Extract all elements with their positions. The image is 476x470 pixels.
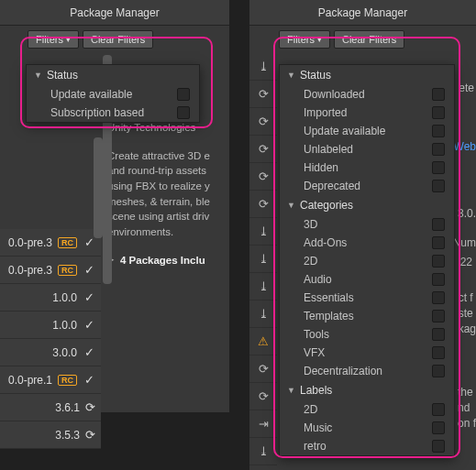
- version-row[interactable]: 0.0-pre.3RC✓: [0, 229, 101, 257]
- bg-link[interactable]: Web: [454, 139, 476, 155]
- filter-category-essentials[interactable]: Essentials: [280, 289, 454, 307]
- version-row[interactable]: 3.0.0✓: [0, 339, 101, 366]
- checkbox[interactable]: [177, 106, 190, 119]
- checkbox[interactable]: [432, 255, 445, 268]
- filter-status-imported[interactable]: Imported: [280, 104, 454, 122]
- download-icon[interactable]: ⤓: [249, 301, 277, 328]
- version-row[interactable]: 3.5.3⟳: [0, 421, 101, 449]
- download-icon[interactable]: ⤓: [249, 246, 277, 273]
- bg-text: ete: [459, 81, 474, 96]
- filter-status-deprecated[interactable]: Deprecated: [280, 177, 454, 195]
- checkbox[interactable]: [432, 180, 445, 192]
- filter-category-2d[interactable]: 2D: [280, 252, 454, 270]
- bg-text: Num: [453, 235, 476, 251]
- filter-category-tools[interactable]: Tools: [280, 325, 454, 344]
- filter-status-update-available[interactable]: Update available: [280, 122, 454, 140]
- filter-category-audio[interactable]: Audio: [280, 270, 454, 289]
- filters-dropdown-left: ▼ Status Update available Subscription b…: [26, 64, 200, 123]
- bg-text: 22: [460, 255, 472, 270]
- checkbox[interactable]: [177, 88, 190, 101]
- caret-down-icon: ▼: [287, 71, 296, 80]
- caret-down-icon: ▼: [34, 71, 43, 80]
- version-row[interactable]: 1.0.0✓: [0, 284, 101, 312]
- checkbox[interactable]: [432, 236, 445, 249]
- download-icon[interactable]: ⤓: [249, 218, 277, 246]
- package-body: Create attractive 3D e and round-trip as…: [107, 148, 236, 240]
- checkbox[interactable]: [432, 125, 445, 137]
- check-icon: ✓: [83, 373, 95, 387]
- check-icon: ✓: [83, 263, 95, 277]
- filter-category-3d[interactable]: 3D: [280, 215, 454, 234]
- filter-category-templates[interactable]: Templates: [280, 307, 454, 325]
- reload-icon[interactable]: ⟳: [249, 136, 277, 163]
- checkbox[interactable]: [432, 218, 445, 231]
- version-text: 3.0.0: [52, 346, 77, 359]
- filter-category-decentralization[interactable]: Decentralization: [280, 362, 454, 380]
- checkbox[interactable]: [432, 365, 445, 377]
- version-text: 1.0.0: [52, 319, 77, 332]
- checkbox[interactable]: [432, 346, 445, 359]
- version-row[interactable]: 0.0-pre.1RC✓: [0, 366, 101, 394]
- download-icon[interactable]: ⤓: [249, 273, 277, 301]
- checkbox[interactable]: [432, 106, 445, 119]
- caret-down-icon: ▾: [66, 35, 71, 44]
- import-icon[interactable]: ⇥: [249, 410, 277, 438]
- reload-icon[interactable]: ⟳: [249, 163, 277, 191]
- checkbox[interactable]: [432, 440, 445, 453]
- filter-label-retro[interactable]: retro: [280, 437, 454, 455]
- version-row[interactable]: 1.0.0✓: [0, 312, 101, 339]
- checkbox[interactable]: [432, 310, 445, 322]
- version-row[interactable]: 3.6.1⟳: [0, 394, 101, 421]
- check-icon: ✓: [83, 318, 95, 332]
- checkbox[interactable]: [432, 161, 445, 174]
- rc-badge: RC: [58, 265, 77, 276]
- download-icon[interactable]: ⤓: [249, 53, 277, 81]
- filter-category-add-ons[interactable]: Add-Ons: [280, 234, 454, 252]
- version-row[interactable]: 0.0-pre.3RC✓: [0, 257, 101, 284]
- scrollbar[interactable]: [94, 137, 103, 238]
- reload-icon[interactable]: ⟳: [249, 191, 277, 218]
- panel-header: Package Manager: [0, 0, 229, 26]
- checkbox[interactable]: [432, 403, 445, 416]
- rc-badge: RC: [58, 237, 77, 248]
- clear-filters-button[interactable]: Clear Filters: [334, 30, 404, 49]
- categories-section-header[interactable]: ▼Categories: [280, 195, 454, 215]
- filter-label-2d[interactable]: 2D: [280, 400, 454, 419]
- labels-section-header[interactable]: ▼Labels: [280, 380, 454, 400]
- status-section-header[interactable]: ▼Status: [280, 65, 454, 85]
- checkbox[interactable]: [432, 88, 445, 101]
- version-text: 0.0-pre.3: [8, 236, 52, 249]
- filter-item-update-available[interactable]: Update available: [27, 85, 199, 104]
- reload-icon[interactable]: ⟳: [249, 108, 277, 136]
- checkbox[interactable]: [432, 328, 445, 341]
- reload-icon[interactable]: ⟳: [249, 383, 277, 410]
- version-list: 0.0-pre.3RC✓0.0-pre.3RC✓1.0.0✓1.0.0✓3.0.…: [0, 229, 101, 449]
- panel-title: Package Manager: [70, 6, 159, 19]
- filter-status-downloaded[interactable]: Downloaded: [280, 85, 454, 104]
- status-section-header[interactable]: ▼ Status: [27, 65, 199, 85]
- checkbox[interactable]: [432, 143, 445, 156]
- packages-included[interactable]: ▶ 4 Packages Inclu: [107, 253, 236, 268]
- filter-category-vfx[interactable]: VFX: [280, 344, 454, 362]
- bg-text: 3.0.: [458, 206, 476, 222]
- reload-icon[interactable]: ⟳: [249, 81, 277, 108]
- filters-button[interactable]: Filters ▾: [279, 30, 330, 49]
- reload-icon[interactable]: ⟳: [249, 355, 277, 383]
- filters-dropdown-right: ▼StatusDownloadedImportedUpdate availabl…: [279, 64, 455, 456]
- toolbar-left: Filters ▾ Clear Filters: [0, 26, 229, 53]
- filter-status-unlabeled[interactable]: Unlabeled: [280, 140, 454, 158]
- filter-status-hidden[interactable]: Hidden: [280, 158, 454, 177]
- caret-down-icon: ▼: [287, 201, 296, 210]
- filters-button[interactable]: Filters ▾: [28, 30, 79, 49]
- toolbar-right: Filters ▾ Clear Filters: [249, 26, 476, 53]
- checkbox[interactable]: [432, 421, 445, 434]
- version-text: 3.5.3: [55, 429, 80, 442]
- left-panel: Package Manager Filters ▾ Clear Filters …: [0, 0, 229, 412]
- checkbox[interactable]: [432, 291, 445, 304]
- checkbox[interactable]: [432, 273, 445, 286]
- filter-item-subscription-based[interactable]: Subscription based: [27, 104, 199, 122]
- clear-filters-button[interactable]: Clear Filters: [83, 30, 153, 49]
- filter-label-music[interactable]: Music: [280, 419, 454, 437]
- warning-icon[interactable]: ⚠: [249, 328, 277, 355]
- download-icon[interactable]: ⤓: [249, 438, 277, 465]
